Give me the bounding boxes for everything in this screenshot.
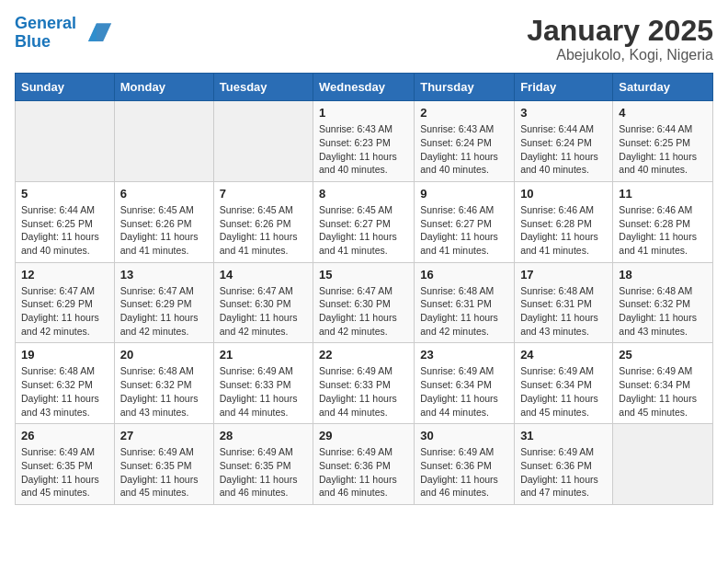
calendar-cell: 11Sunrise: 6:46 AM Sunset: 6:28 PM Dayli…: [613, 181, 713, 262]
day-number: 18: [619, 268, 707, 282]
calendar-cell: 25Sunrise: 6:49 AM Sunset: 6:34 PM Dayli…: [613, 343, 713, 424]
calendar-cell: 10Sunrise: 6:46 AM Sunset: 6:28 PM Dayli…: [515, 181, 613, 262]
calendar-cell: 26Sunrise: 6:49 AM Sunset: 6:35 PM Dayli…: [16, 424, 115, 505]
day-detail: Sunrise: 6:44 AM Sunset: 6:25 PM Dayligh…: [21, 203, 108, 258]
calendar-cell: 20Sunrise: 6:48 AM Sunset: 6:32 PM Dayli…: [114, 343, 213, 424]
calendar-cell: 30Sunrise: 6:49 AM Sunset: 6:36 PM Dayli…: [415, 424, 515, 505]
logo-text: General: [15, 15, 76, 33]
calendar-cell: 7Sunrise: 6:45 AM Sunset: 6:26 PM Daylig…: [213, 181, 313, 262]
logo-blue: Blue: [15, 33, 76, 52]
calendar-cell: 1Sunrise: 6:43 AM Sunset: 6:23 PM Daylig…: [313, 101, 415, 182]
calendar-cell: 3Sunrise: 6:44 AM Sunset: 6:24 PM Daylig…: [515, 101, 613, 182]
logo-general: General: [15, 14, 76, 32]
calendar-cell: 16Sunrise: 6:48 AM Sunset: 6:31 PM Dayli…: [415, 262, 515, 343]
title-block: January 2025 Abejukolo, Kogi, Nigeria: [527, 15, 713, 63]
day-detail: Sunrise: 6:49 AM Sunset: 6:33 PM Dayligh…: [220, 364, 307, 419]
logo: General Blue: [15, 15, 113, 52]
day-detail: Sunrise: 6:45 AM Sunset: 6:26 PM Dayligh…: [220, 203, 307, 258]
day-number: 11: [619, 187, 707, 201]
day-number: 17: [520, 268, 607, 282]
calendar-cell: [213, 101, 313, 182]
logo-blue-text: Blue: [15, 32, 51, 51]
calendar-week-row: 19Sunrise: 6:48 AM Sunset: 6:32 PM Dayli…: [16, 343, 713, 424]
day-detail: Sunrise: 6:49 AM Sunset: 6:36 PM Dayligh…: [319, 445, 408, 500]
calendar-table: SundayMondayTuesdayWednesdayThursdayFrid…: [15, 73, 713, 505]
day-number: 5: [21, 187, 108, 201]
day-detail: Sunrise: 6:49 AM Sunset: 6:34 PM Dayligh…: [520, 364, 607, 419]
day-number: 25: [619, 348, 707, 362]
calendar-cell: 6Sunrise: 6:45 AM Sunset: 6:26 PM Daylig…: [114, 181, 213, 262]
day-number: 3: [520, 106, 607, 120]
day-number: 27: [120, 429, 208, 442]
day-detail: Sunrise: 6:48 AM Sunset: 6:32 PM Dayligh…: [619, 284, 707, 339]
day-number: 2: [420, 106, 508, 120]
day-number: 16: [420, 268, 508, 282]
day-number: 15: [319, 268, 408, 282]
day-detail: Sunrise: 6:48 AM Sunset: 6:32 PM Dayligh…: [120, 364, 208, 419]
day-detail: Sunrise: 6:49 AM Sunset: 6:34 PM Dayligh…: [619, 364, 707, 419]
weekday-header: Tuesday: [213, 74, 313, 101]
weekday-header: Sunday: [16, 74, 115, 101]
calendar-cell: 22Sunrise: 6:49 AM Sunset: 6:33 PM Dayli…: [313, 343, 415, 424]
day-number: 9: [420, 187, 508, 201]
day-number: 28: [220, 429, 307, 442]
day-detail: Sunrise: 6:47 AM Sunset: 6:30 PM Dayligh…: [220, 284, 307, 339]
day-detail: Sunrise: 6:43 AM Sunset: 6:24 PM Dayligh…: [420, 122, 508, 177]
day-detail: Sunrise: 6:48 AM Sunset: 6:31 PM Dayligh…: [520, 284, 607, 339]
day-detail: Sunrise: 6:47 AM Sunset: 6:29 PM Dayligh…: [120, 284, 208, 339]
calendar-cell: 21Sunrise: 6:49 AM Sunset: 6:33 PM Dayli…: [213, 343, 313, 424]
calendar-cell: [16, 101, 115, 182]
weekday-header: Monday: [114, 74, 213, 101]
day-detail: Sunrise: 6:45 AM Sunset: 6:27 PM Dayligh…: [319, 203, 408, 258]
day-number: 29: [319, 429, 408, 442]
day-number: 4: [619, 106, 707, 120]
day-detail: Sunrise: 6:43 AM Sunset: 6:23 PM Dayligh…: [319, 122, 408, 177]
day-number: 23: [420, 348, 508, 362]
calendar-week-row: 12Sunrise: 6:47 AM Sunset: 6:29 PM Dayli…: [16, 262, 713, 343]
day-detail: Sunrise: 6:47 AM Sunset: 6:29 PM Dayligh…: [21, 284, 108, 339]
calendar-header-row: SundayMondayTuesdayWednesdayThursdayFrid…: [16, 74, 713, 101]
calendar-cell: 23Sunrise: 6:49 AM Sunset: 6:34 PM Dayli…: [415, 343, 515, 424]
day-detail: Sunrise: 6:46 AM Sunset: 6:28 PM Dayligh…: [619, 203, 707, 258]
weekday-header: Saturday: [613, 74, 713, 101]
day-number: 12: [21, 268, 108, 282]
calendar-week-row: 5Sunrise: 6:44 AM Sunset: 6:25 PM Daylig…: [16, 181, 713, 262]
calendar-cell: 15Sunrise: 6:47 AM Sunset: 6:30 PM Dayli…: [313, 262, 415, 343]
calendar-cell: 9Sunrise: 6:46 AM Sunset: 6:27 PM Daylig…: [415, 181, 515, 262]
day-detail: Sunrise: 6:46 AM Sunset: 6:27 PM Dayligh…: [420, 203, 508, 258]
calendar-cell: 19Sunrise: 6:48 AM Sunset: 6:32 PM Dayli…: [16, 343, 115, 424]
calendar-cell: 5Sunrise: 6:44 AM Sunset: 6:25 PM Daylig…: [16, 181, 115, 262]
svg-marker-1: [88, 23, 97, 41]
calendar-title: January 2025: [527, 15, 713, 47]
calendar-cell: 17Sunrise: 6:48 AM Sunset: 6:31 PM Dayli…: [515, 262, 613, 343]
day-detail: Sunrise: 6:49 AM Sunset: 6:36 PM Dayligh…: [420, 445, 508, 500]
day-number: 14: [220, 268, 307, 282]
day-detail: Sunrise: 6:49 AM Sunset: 6:35 PM Dayligh…: [21, 445, 108, 500]
page-header: General Blue January 2025 Abejukolo, Kog…: [15, 15, 713, 63]
day-detail: Sunrise: 6:49 AM Sunset: 6:33 PM Dayligh…: [319, 364, 408, 419]
day-number: 30: [420, 429, 508, 442]
day-detail: Sunrise: 6:44 AM Sunset: 6:25 PM Dayligh…: [619, 122, 707, 177]
calendar-cell: 13Sunrise: 6:47 AM Sunset: 6:29 PM Dayli…: [114, 262, 213, 343]
weekday-header: Thursday: [415, 74, 515, 101]
day-detail: Sunrise: 6:47 AM Sunset: 6:30 PM Dayligh…: [319, 284, 408, 339]
calendar-cell: 12Sunrise: 6:47 AM Sunset: 6:29 PM Dayli…: [16, 262, 115, 343]
day-number: 31: [520, 429, 607, 442]
weekday-header: Wednesday: [313, 74, 415, 101]
day-detail: Sunrise: 6:44 AM Sunset: 6:24 PM Dayligh…: [520, 122, 607, 177]
day-detail: Sunrise: 6:49 AM Sunset: 6:35 PM Dayligh…: [120, 445, 208, 500]
weekday-header: Friday: [515, 74, 613, 101]
day-detail: Sunrise: 6:48 AM Sunset: 6:31 PM Dayligh…: [420, 284, 508, 339]
calendar-cell: [114, 101, 213, 182]
calendar-cell: [613, 424, 713, 505]
calendar-subtitle: Abejukolo, Kogi, Nigeria: [527, 47, 713, 63]
day-number: 1: [319, 106, 408, 120]
day-detail: Sunrise: 6:49 AM Sunset: 6:34 PM Dayligh…: [420, 364, 508, 419]
calendar-cell: 24Sunrise: 6:49 AM Sunset: 6:34 PM Dayli…: [515, 343, 613, 424]
day-number: 7: [220, 187, 307, 201]
logo-icon: [80, 17, 113, 50]
calendar-cell: 31Sunrise: 6:49 AM Sunset: 6:36 PM Dayli…: [515, 424, 613, 505]
calendar-cell: 28Sunrise: 6:49 AM Sunset: 6:35 PM Dayli…: [213, 424, 313, 505]
day-detail: Sunrise: 6:45 AM Sunset: 6:26 PM Dayligh…: [120, 203, 208, 258]
day-detail: Sunrise: 6:49 AM Sunset: 6:36 PM Dayligh…: [520, 445, 607, 500]
